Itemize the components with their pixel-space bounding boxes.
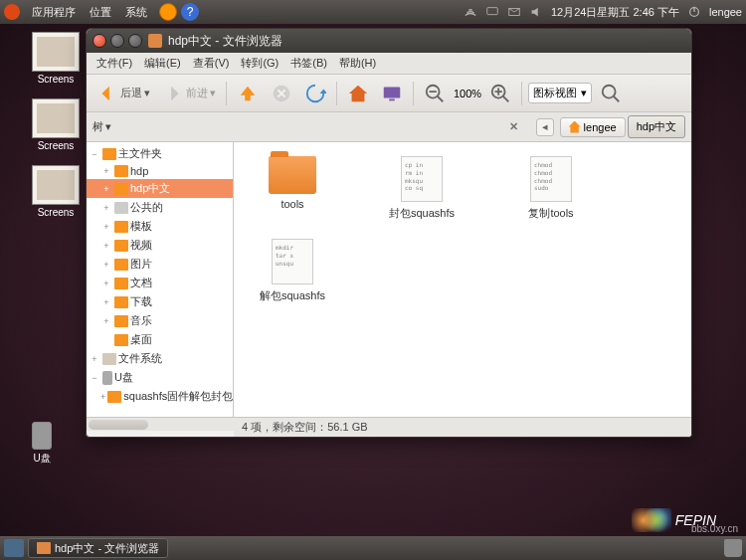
tree-row-文件系统[interactable]: +文件系统 <box>87 349 233 368</box>
window-minimize-button[interactable] <box>110 34 124 48</box>
desktop-screenshot-2[interactable]: Screens <box>24 98 88 151</box>
desktop-usb-drive[interactable]: U盘 <box>10 422 74 466</box>
menu-system[interactable]: 系统 <box>119 5 153 20</box>
menu-file[interactable]: 文件(F) <box>91 56 138 71</box>
tree-label: 音乐 <box>130 313 152 328</box>
menu-places[interactable]: 位置 <box>84 5 117 20</box>
folder-icon <box>114 165 128 177</box>
expand-icon[interactable]: + <box>100 241 112 251</box>
tree-label: 图片 <box>130 257 152 272</box>
statusbar: 4 项，剩余空间：56.1 GB <box>234 417 691 437</box>
chevron-down-icon: ▾ <box>144 87 150 99</box>
disabled-icon <box>114 202 128 214</box>
file-item-tools[interactable]: tools <box>248 156 337 221</box>
expand-icon[interactable]: + <box>100 184 112 194</box>
desktop-screenshot-3[interactable]: Screens <box>24 165 88 218</box>
pathbar: 树 ▾ ✕ ◂ lengee hdp中文 <box>87 112 691 142</box>
path-back-icon[interactable]: ◂ <box>536 118 554 136</box>
tree-row-下载[interactable]: +下载 <box>87 292 233 311</box>
tree-row-模板[interactable]: +模板 <box>87 217 233 236</box>
ubuntu-logo-icon[interactable] <box>4 4 20 20</box>
forward-button[interactable]: 前进 ▾ <box>158 81 220 106</box>
expand-icon[interactable]: + <box>100 279 112 288</box>
menu-view[interactable]: 查看(V) <box>187 56 236 71</box>
expand-icon[interactable]: − <box>89 373 100 383</box>
up-button[interactable] <box>233 81 263 106</box>
network-icon[interactable] <box>464 5 477 19</box>
expand-icon[interactable]: + <box>100 222 112 232</box>
user-menu[interactable]: lengee <box>709 6 742 18</box>
breadcrumb-home[interactable]: lengee <box>560 117 626 137</box>
tree-row-文档[interactable]: +文档 <box>87 274 233 292</box>
sound-icon[interactable] <box>529 5 543 19</box>
folder-icon <box>114 278 128 289</box>
file-name: 封包squashfs <box>377 206 466 221</box>
home-button[interactable] <box>343 81 373 106</box>
expand-icon[interactable]: + <box>100 260 112 270</box>
zoom-out-button[interactable] <box>420 81 450 106</box>
file-item-解包squashfs[interactable]: mkdir tar x unsqu解包squashfs <box>248 239 337 303</box>
tree-label: 桌面 <box>130 332 152 347</box>
file-name: 解包squashfs <box>248 288 337 303</box>
sidebar-tree[interactable]: −主文件夹+hdp+hdp中文+公共的+模板+视频+图片+文档+下载+音乐桌面+… <box>87 142 234 417</box>
chat-icon[interactable] <box>485 5 499 19</box>
window-close-button[interactable] <box>93 34 106 48</box>
top-panel: 应用程序 位置 系统 ? 12月24日星期五 2:46 下午 lengee <box>0 0 746 24</box>
search-button[interactable] <box>596 81 626 106</box>
help-icon[interactable]: ? <box>181 3 199 21</box>
menu-go[interactable]: 转到(G) <box>235 56 284 71</box>
expand-icon[interactable]: − <box>89 149 100 159</box>
window-title: hdp中文 - 文件浏览器 <box>168 33 282 50</box>
power-icon[interactable] <box>687 5 701 19</box>
show-desktop-button[interactable] <box>4 539 24 557</box>
reload-button[interactable] <box>300 81 330 106</box>
expand-icon[interactable]: + <box>100 392 105 402</box>
back-button[interactable]: 后退 ▾ <box>93 81 154 106</box>
status-text: 4 项，剩余空间：56.1 GB <box>242 420 368 435</box>
menu-help[interactable]: 帮助(H) <box>333 56 382 71</box>
tree-row-主文件夹[interactable]: −主文件夹 <box>87 144 233 163</box>
computer-button[interactable] <box>377 81 407 106</box>
breadcrumb-current[interactable]: hdp中文 <box>628 115 685 138</box>
desktop-screenshot-1[interactable]: Screens <box>24 32 88 85</box>
titlebar[interactable]: hdp中文 - 文件浏览器 <box>87 29 691 53</box>
sidebar-close-button[interactable]: ✕ <box>509 120 518 133</box>
stop-button[interactable] <box>267 81 296 106</box>
chevron-down-icon: ▾ <box>581 87 587 99</box>
tree-row-图片[interactable]: +图片 <box>87 255 233 274</box>
tree-row-U盘[interactable]: −U盘 <box>87 368 233 387</box>
expand-icon[interactable]: + <box>100 297 112 307</box>
file-view[interactable]: toolscp in rm in mksqu co sq封包squashfsch… <box>234 142 691 417</box>
expand-icon[interactable]: + <box>100 203 112 213</box>
expand-icon[interactable]: + <box>100 316 112 326</box>
file-item-复制tools[interactable]: chmod chmod chmod sudo复制tools <box>506 156 596 221</box>
tree-row-桌面[interactable]: 桌面 <box>87 330 233 349</box>
fs-icon <box>102 353 116 365</box>
file-name: tools <box>248 198 337 210</box>
taskbar-item-file-browser[interactable]: hdp中文 - 文件浏览器 <box>28 538 168 558</box>
file-item-封包squashfs[interactable]: cp in rm in mksqu co sq封包squashfs <box>377 156 466 221</box>
menu-bookmarks[interactable]: 书签(B) <box>284 56 333 71</box>
firefox-icon[interactable] <box>159 3 177 21</box>
folder-icon <box>114 334 128 346</box>
file-name: 复制tools <box>506 206 596 221</box>
view-mode-selector[interactable]: 图标视图 ▾ <box>528 83 592 103</box>
tree-row-公共的[interactable]: +公共的 <box>87 198 233 217</box>
trash-icon[interactable] <box>724 539 742 557</box>
zoom-in-button[interactable] <box>485 81 515 106</box>
tree-row-hdp中文[interactable]: +hdp中文 <box>87 179 233 198</box>
expand-icon[interactable]: + <box>100 166 112 176</box>
tree-row-squashfs固件解包封包[interactable]: +squashfs固件解包封包 <box>87 387 233 406</box>
sidebar-mode-label[interactable]: 树 ▾ <box>93 119 111 134</box>
expand-icon[interactable]: + <box>89 354 100 364</box>
tree-row-音乐[interactable]: +音乐 <box>87 311 233 330</box>
menu-applications[interactable]: 应用程序 <box>26 5 82 20</box>
menu-edit[interactable]: 编辑(E) <box>138 56 187 71</box>
window-maximize-button[interactable] <box>128 34 142 48</box>
menubar: 文件(F) 编辑(E) 查看(V) 转到(G) 书签(B) 帮助(H) <box>87 53 691 75</box>
clock[interactable]: 12月24日星期五 2:46 下午 <box>551 5 679 20</box>
sidebar-scrollbar[interactable] <box>87 417 234 431</box>
mail-icon[interactable] <box>507 5 521 19</box>
tree-row-hdp[interactable]: +hdp <box>87 163 233 179</box>
tree-row-视频[interactable]: +视频 <box>87 236 233 255</box>
